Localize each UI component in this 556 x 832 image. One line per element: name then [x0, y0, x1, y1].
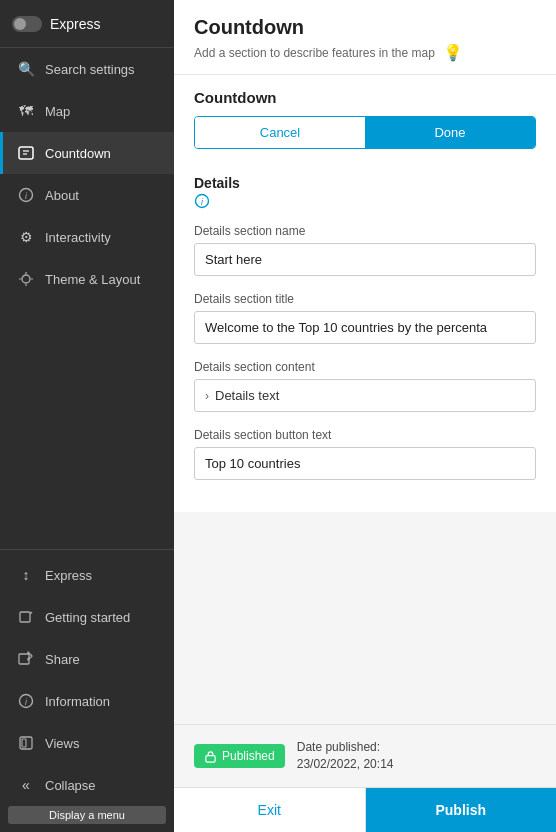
published-label: Published [222, 749, 275, 763]
content-text: Details text [215, 388, 279, 403]
date-label: Date published: [297, 740, 380, 754]
svg-text:i: i [25, 191, 28, 201]
title-field-label: Details section title [194, 292, 536, 306]
svg-text:i: i [25, 697, 28, 707]
chevron-right-icon: › [205, 389, 209, 403]
svg-rect-6 [20, 612, 30, 622]
content-expand[interactable]: › Details text [194, 379, 536, 412]
sidebar-header: Express [0, 0, 174, 48]
svg-rect-0 [19, 147, 33, 159]
footer-buttons: Exit Publish [174, 787, 556, 832]
theme-icon [17, 270, 35, 288]
cancel-done-row: Cancel Done [194, 116, 536, 149]
sidebar-item-collapse[interactable]: « Collapse [0, 764, 174, 806]
express-icon: ↕ [17, 566, 35, 584]
cancel-button[interactable]: Cancel [195, 117, 365, 148]
sidebar-item-information[interactable]: i Information [0, 680, 174, 722]
page-title: Countdown [194, 16, 536, 39]
toggle-switch[interactable] [12, 16, 42, 32]
sidebar-item-label: Getting started [45, 610, 130, 625]
sidebar-item-label: Collapse [45, 778, 96, 793]
share-icon [17, 650, 35, 668]
name-input[interactable] [194, 243, 536, 276]
about-icon: i [17, 186, 35, 204]
sidebar-item-search-settings[interactable]: 🔍 Search settings [0, 48, 174, 90]
map-icon: 🗺 [17, 102, 35, 120]
sidebar-item-express[interactable]: ↕ Express [0, 554, 174, 596]
button-text-field-group: Details section button text [194, 428, 536, 480]
panel-title: Countdown [194, 89, 536, 106]
title-input[interactable] [194, 311, 536, 344]
lock-icon [204, 750, 217, 763]
svg-rect-14 [206, 755, 215, 762]
collapse-icon: « [17, 776, 35, 794]
sidebar: Express 🔍 Search settings 🗺 Map Countdow… [0, 0, 174, 832]
panel-header: Countdown Cancel Done [174, 75, 556, 159]
content-field-group: Details section content › Details text [194, 360, 536, 412]
gear-icon: ⚙ [17, 228, 35, 246]
date-value: 23/02/2022, 20:14 [297, 757, 394, 771]
published-date: Date published: 23/02/2022, 20:14 [297, 739, 394, 773]
bulb-icon: 💡 [443, 43, 463, 62]
information-icon: i [17, 692, 35, 710]
name-field-label: Details section name [194, 224, 536, 238]
svg-point-5 [22, 275, 30, 283]
button-text-label: Details section button text [194, 428, 536, 442]
main-footer: Published Date published: 23/02/2022, 20… [174, 724, 556, 832]
sidebar-item-label: Express [45, 568, 92, 583]
title-field-group: Details section title [194, 292, 536, 344]
sidebar-item-label: About [45, 188, 79, 203]
content-field-label: Details section content [194, 360, 536, 374]
done-button[interactable]: Done [365, 117, 535, 148]
views-icon [17, 734, 35, 752]
sidebar-item-share[interactable]: Share [0, 638, 174, 680]
details-heading: Details [194, 175, 536, 191]
sidebar-item-label: Theme & Layout [45, 272, 140, 287]
button-text-input[interactable] [194, 447, 536, 480]
sidebar-item-label: Map [45, 104, 70, 119]
sidebar-item-label: Views [45, 736, 79, 751]
countdown-icon [17, 144, 35, 162]
publish-button[interactable]: Publish [366, 788, 557, 832]
sidebar-item-about[interactable]: i About [0, 174, 174, 216]
search-icon: 🔍 [17, 60, 35, 78]
published-badge: Published [194, 744, 285, 768]
sidebar-item-interactivity[interactable]: ⚙ Interactivity [0, 216, 174, 258]
details-info-icon[interactable]: i [194, 193, 210, 212]
sidebar-item-getting-started[interactable]: Getting started [0, 596, 174, 638]
sidebar-item-label: Search settings [45, 62, 135, 77]
sidebar-item-label: Share [45, 652, 80, 667]
sidebar-bottom: ↕ Express Getting started Share [0, 545, 174, 832]
spacer [174, 512, 556, 632]
main-header: Countdown Add a section to describe feat… [174, 0, 556, 75]
published-bar: Published Date published: 23/02/2022, 20… [174, 725, 556, 787]
main-body: Countdown Cancel Done Details i Details … [174, 75, 556, 724]
app-name: Express [50, 16, 101, 32]
sidebar-item-map[interactable]: 🗺 Map [0, 90, 174, 132]
exit-button[interactable]: Exit [174, 788, 366, 832]
sidebar-item-views[interactable]: Views [0, 722, 174, 764]
name-field-group: Details section name [194, 224, 536, 276]
svg-text:i: i [201, 197, 204, 207]
sidebar-item-label: Countdown [45, 146, 111, 161]
sidebar-tooltip: Display a menu [8, 806, 166, 824]
sidebar-item-countdown[interactable]: Countdown [0, 132, 174, 174]
getting-started-icon [17, 608, 35, 626]
details-section: Details i Details section name Details s… [174, 159, 556, 512]
sidebar-item-label: Information [45, 694, 110, 709]
page-subtitle: Add a section to describe features in th… [194, 43, 536, 62]
svg-rect-11 [22, 739, 26, 747]
sidebar-item-label: Interactivity [45, 230, 111, 245]
sidebar-item-theme-layout[interactable]: Theme & Layout [0, 258, 174, 300]
main-content: Countdown Add a section to describe feat… [174, 0, 556, 832]
